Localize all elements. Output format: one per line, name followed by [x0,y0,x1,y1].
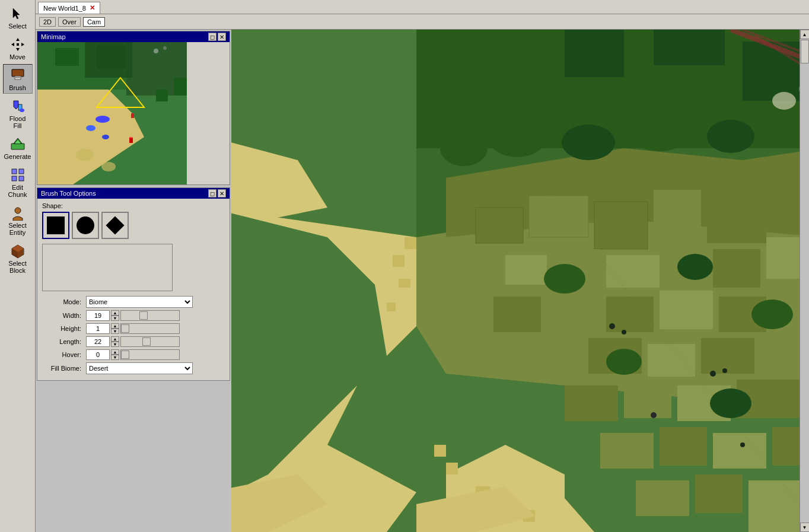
svg-rect-82 [624,380,671,418]
hover-slider[interactable] [120,349,180,360]
svg-point-31 [95,116,110,123]
generate-label: Generate [4,153,31,160]
height-label: Height: [42,325,84,332]
select-block-icon [9,242,27,260]
length-down-button[interactable]: ▼ [111,342,119,347]
generate-tool[interactable]: Generate [3,133,33,163]
select-tool[interactable]: Select [3,2,33,32]
scroll-track[interactable] [800,39,810,523]
view-2d-button[interactable]: 2D [39,17,56,27]
diamond-shape [106,216,124,234]
edit-chunk-tool[interactable]: Edit Chunk [3,164,33,200]
brush-close-button[interactable]: ✕ [218,189,226,197]
hover-up-button[interactable]: ▲ [111,349,119,355]
tab-close-button[interactable]: ✕ [90,4,95,12]
shape-circle-button[interactable] [72,212,99,239]
width-row: Width: ▲ ▼ [42,310,225,321]
shape-label: Shape: [42,202,225,209]
flood-fill-tool[interactable]: Flood Fill [3,95,33,132]
map-viewport[interactable] [231,30,800,532]
minimap-restore-button[interactable]: ◻ [208,33,216,41]
shape-diamond-button[interactable] [101,212,129,239]
content-area: Minimap ◻ ✕ [36,30,809,532]
scroll-thumb[interactable] [801,40,809,63]
svg-rect-14 [19,169,24,174]
svg-rect-79 [701,338,754,374]
mode-select[interactable]: Biome Height Block [86,296,193,308]
brush-options-title-bar: Brush Tool Options ◻ ✕ [37,188,230,199]
svg-point-95 [627,110,692,151]
fill-biome-select[interactable]: Desert Forest Plains Ocean Jungle Tundra… [86,362,193,374]
brush-options-panel: Brush Tool Options ◻ ✕ Shape: [37,187,230,381]
svg-point-39 [76,149,94,161]
select-entity-label: Select Entity [5,222,31,236]
height-down-button[interactable]: ▼ [111,329,119,334]
view-cam-button[interactable]: Cam [83,17,105,27]
height-up-button[interactable]: ▲ [111,323,119,329]
hover-input[interactable] [86,349,110,360]
svg-rect-41 [156,90,168,101]
svg-rect-59 [476,208,523,243]
scroll-down-button[interactable]: ▼ [800,523,810,532]
select-entity-tool[interactable]: Select Entity [3,202,33,238]
brush-icon [9,66,27,84]
select-block-tool[interactable]: Select Block [3,240,33,276]
height-slider[interactable] [120,323,180,334]
minimap-content [37,42,230,184]
world-tab[interactable]: New World1_8 ✕ [38,2,100,14]
scroll-up-button[interactable]: ▲ [800,30,810,39]
height-input[interactable] [86,323,110,334]
svg-rect-5 [17,43,19,46]
hover-down-button[interactable]: ▼ [111,355,119,360]
svg-rect-80 [760,344,800,380]
svg-point-109 [772,92,796,110]
left-toolbar: Select Move Brush [0,0,36,532]
select-block-label: Select Block [5,260,31,274]
svg-rect-52 [565,30,624,77]
view-over-button[interactable]: Over [58,17,81,27]
svg-rect-15 [12,176,17,181]
panels: Minimap ◻ ✕ [36,30,231,532]
svg-rect-69 [766,237,800,279]
svg-point-32 [86,125,95,131]
svg-point-106 [722,368,727,373]
fill-biome-label: Fill Biome: [42,365,84,372]
move-icon [9,36,27,53]
length-input[interactable] [86,336,110,347]
svg-rect-66 [606,255,660,288]
svg-point-103 [609,323,615,329]
svg-point-105 [710,371,716,377]
svg-rect-54 [743,42,800,101]
right-scrollbar: ▲ ▼ [800,30,809,532]
svg-rect-71 [547,294,600,332]
brush-label: Brush [9,84,26,91]
mode-label: Mode: [42,298,84,305]
move-tool[interactable]: Move [3,33,33,63]
edit-chunk-label: Edit Chunk [5,184,31,198]
width-up-button[interactable]: ▲ [111,310,119,316]
svg-rect-78 [648,344,695,377]
length-value-group: ▲ ▼ [86,336,180,347]
width-down-button[interactable]: ▼ [111,316,119,321]
width-spinners: ▲ ▼ [111,310,119,321]
svg-rect-112 [393,255,404,267]
minimap-canvas[interactable] [37,42,187,184]
svg-rect-36 [131,113,134,118]
brush-tool[interactable]: Brush [3,64,33,94]
minimap-close-button[interactable]: ✕ [218,33,226,41]
select-entity-icon [9,204,27,222]
tab-bar: New World1_8 ✕ [36,0,809,14]
brush-options-title-buttons: ◻ ✕ [208,189,226,197]
svg-rect-73 [660,291,713,329]
svg-point-108 [740,442,745,447]
svg-point-102 [710,388,751,418]
move-label: Move [9,53,26,60]
width-input[interactable] [86,310,110,321]
brush-options-content: Shape: [37,199,230,380]
width-slider[interactable] [120,310,180,321]
shape-square-button[interactable] [42,212,69,239]
length-slider[interactable] [120,336,180,347]
length-up-button[interactable]: ▲ [111,336,119,342]
brush-restore-button[interactable]: ◻ [208,189,216,197]
svg-rect-89 [636,480,689,516]
